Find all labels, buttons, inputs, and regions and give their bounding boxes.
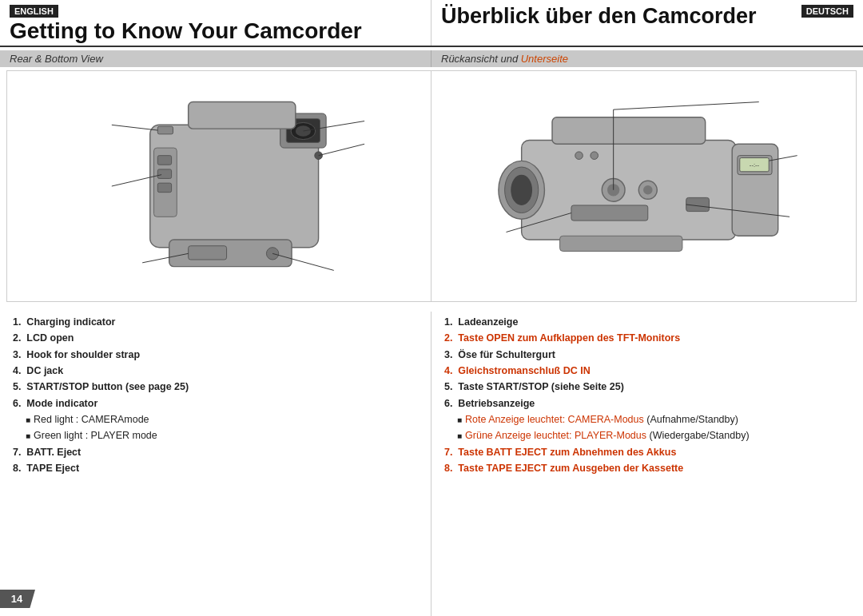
svg-rect-22 [552, 117, 706, 145]
svg-line-20 [112, 125, 157, 130]
svg-text:--:--: --:-- [749, 161, 759, 169]
list-item: 4. DC jack [13, 364, 418, 379]
header: ENGLISH Getting to Know Your Camcorder D… [0, 0, 863, 47]
content-right: 1. Ladeanzeige 2. Taste OPEN zum Aufklap… [432, 312, 863, 616]
subtitle-right-highlight: Unterseite [521, 53, 568, 65]
svg-line-38 [613, 101, 758, 109]
list-item: 1. Charging indicator [13, 315, 418, 330]
page-number: 14 [0, 590, 35, 608]
list-item: 8. Taste TAPE EJECT zum Ausgeben der Kas… [444, 461, 850, 476]
english-badge: ENGLISH [10, 5, 58, 18]
subtitle-left: Rear & Bottom View [0, 50, 432, 67]
svg-point-35 [575, 152, 583, 160]
left-title: Getting to Know Your Camcorder [10, 19, 421, 44]
list-item: 4. Gleichstromanschluß DC IN [444, 364, 850, 379]
svg-rect-11 [189, 246, 227, 260]
left-list: 1. Charging indicator 2. LCD open 3. Hoo… [13, 315, 418, 477]
deutsch-badge: DEUTSCH [801, 5, 853, 18]
list-item: 3. Hook for shoulder strap [13, 348, 418, 363]
subtitle-right-plain: Rückansicht und [441, 53, 521, 65]
subtitle-bar: Rear & Bottom View Rückansicht und Unter… [0, 50, 863, 67]
list-item: 6. Mode indicator [13, 396, 418, 411]
svg-rect-33 [559, 236, 682, 251]
camcorder-bottom-view: --:-- [432, 71, 856, 301]
svg-point-25 [511, 174, 532, 205]
image-section: --:-- [6, 70, 857, 302]
svg-point-36 [590, 152, 598, 160]
svg-rect-34 [571, 205, 647, 221]
content-section: 1. Charging indicator 2. LCD open 3. Hoo… [0, 305, 863, 616]
rear-camcorder-svg [35, 78, 403, 294]
list-item: ■Grüne Anzeige leuchtet: PLAYER-Modus (W… [444, 428, 850, 443]
list-item: 7. Taste BATT EJECT zum Abnehmen des Akk… [444, 445, 850, 460]
svg-rect-7 [157, 155, 171, 165]
list-item: ■Rote Anzeige leuchtet: CAMERA-Modus (Au… [444, 412, 850, 427]
page: ENGLISH Getting to Know Your Camcorder D… [0, 0, 863, 616]
svg-point-13 [315, 152, 323, 160]
list-item: ■Green light : PLAYER mode [13, 428, 418, 443]
camcorder-rear-view [7, 71, 432, 301]
header-left: ENGLISH Getting to Know Your Camcorder [0, 0, 432, 46]
right-title: Überblick über den Camcorder [441, 5, 853, 29]
bottom-camcorder-svg: --:-- [460, 78, 828, 294]
list-item: 6. Betriebsanzeige [444, 396, 850, 411]
list-item: 5. START/STOP button (see page 25) [13, 380, 418, 395]
list-item: 5. Taste START/STOP (siehe Seite 25) [444, 380, 850, 395]
svg-rect-19 [157, 126, 173, 134]
right-list: 1. Ladeanzeige 2. Taste OPEN zum Aufklap… [444, 315, 850, 477]
svg-rect-5 [189, 101, 296, 129]
list-item: 1. Ladeanzeige [444, 315, 850, 330]
svg-point-12 [266, 247, 278, 259]
svg-rect-9 [157, 183, 171, 193]
list-item: 2. LCD open [13, 331, 418, 346]
header-right: DEUTSCH Überblick über den Camcorder [432, 0, 863, 46]
subtitle-right: Rückansicht und Unterseite [432, 50, 863, 67]
svg-point-31 [643, 185, 653, 195]
list-item: 7. BATT. Eject [13, 445, 418, 460]
list-item: 2. Taste OPEN zum Aufklappen des TFT-Mon… [444, 331, 850, 346]
list-item: 8. TAPE Eject [13, 461, 418, 476]
content-left: 1. Charging indicator 2. LCD open 3. Hoo… [0, 312, 432, 616]
list-item: ■Red light : CAMERAmode [13, 412, 418, 427]
svg-rect-21 [521, 140, 735, 240]
list-item: 3. Öse für Schultergurt [444, 348, 850, 363]
svg-rect-8 [157, 169, 171, 179]
svg-rect-32 [686, 197, 709, 211]
